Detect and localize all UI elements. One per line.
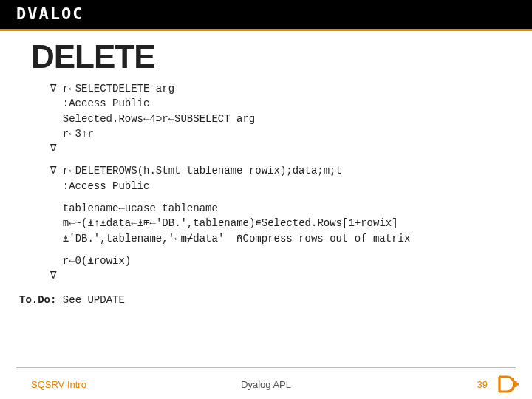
- code-line: Selected.Rows←4⊃r←SUBSELECT arg: [50, 113, 255, 125]
- header-bar: DVALOC: [0, 0, 532, 31]
- todo-text: See UPDATE: [56, 294, 124, 306]
- page-title: DELETE: [31, 38, 532, 75]
- footer-divider: [16, 367, 516, 368]
- code-line: tablename←ucase tablename: [50, 202, 218, 214]
- todo-label: To.Do:: [19, 294, 56, 306]
- footer: SQSRV Intro Dyalog APL 39: [0, 369, 532, 399]
- code-line: ∇ r←DELETEROWS(h.Stmt tablename rowix);d…: [50, 165, 342, 177]
- code-line: ⍎'DB.',tablename,'←m⌿data' ⍝Compress row…: [50, 233, 410, 245]
- code-line: m←~(⍎↑⍎data←⍎⊞←'DB.',tablename)∊Selected…: [50, 217, 398, 229]
- code-line: ∇ r←SELECTDELETE arg: [50, 83, 174, 95]
- footer-center: Dyalog APL: [0, 379, 532, 390]
- code-line: ∇: [50, 143, 56, 154]
- code-line: :Access Public: [50, 98, 149, 109]
- code-line: :Access Public: [50, 180, 149, 192]
- code-block: ∇ r←SELECTDELETE arg :Access Public Sele…: [50, 81, 517, 284]
- slide: DVALOC DELETE ∇ r←SELECTDELETE arg :Acce…: [0, 0, 532, 399]
- todo-line: To.Do: See UPDATE: [19, 294, 532, 306]
- code-line: ∇: [50, 270, 56, 282]
- brand-logo: DVALOC: [16, 4, 83, 23]
- footer-page-number: 39: [477, 379, 488, 390]
- code-line: r←3↑r: [50, 128, 94, 140]
- footer-logo-icon: [497, 374, 519, 395]
- code-line: r←0(⍎rowix): [50, 255, 131, 267]
